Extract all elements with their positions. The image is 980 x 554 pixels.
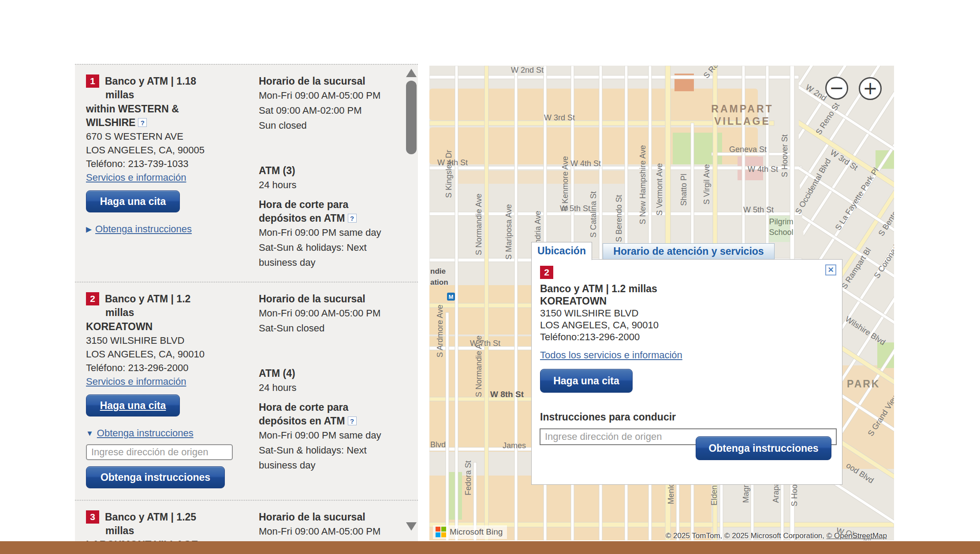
bing-logo-text: Microsoft Bing	[450, 527, 503, 537]
scrollbar-thumb[interactable]	[406, 81, 417, 154]
popup-phone: Teléfono:213-296-2000	[540, 331, 836, 343]
footer-bar	[0, 541, 980, 554]
result-2-appointment-button[interactable]: Haga una cita	[86, 394, 180, 416]
hours-line: Sun closed	[259, 118, 384, 133]
help-icon[interactable]: ?	[348, 214, 357, 223]
location-popup: ✕ 2 Banco y ATM | 1.2 millas KOREATOWN 3…	[531, 259, 842, 485]
street-label: James	[503, 441, 526, 450]
school-label: Pilgrim	[769, 217, 793, 226]
result-2-cutoff-line: Sat-Sun & holidays: Next business day	[259, 443, 384, 473]
hours-line: Mon-Fri 09:00 AM-05:00 PM	[259, 524, 384, 539]
result-1-atm-title: ATM (3)	[259, 164, 391, 178]
street-label: S Hoover St	[780, 134, 789, 177]
tab-horario-servicios[interactable]: Horario de atención y servicios	[603, 243, 775, 260]
result-2-title-text: Banco y ATM | 1.2 millas	[105, 293, 190, 318]
region-label: RAMPART	[711, 103, 773, 115]
result-2-origin-input[interactable]	[86, 444, 233, 460]
result-2-directions-toggle[interactable]: ▼Obtenga instrucciones	[86, 426, 240, 440]
popup-subtitle: KOREATOWN	[540, 295, 836, 307]
result-2-title: 2Banco y ATM | 1.2 millas	[86, 292, 218, 320]
popup-address1: 3150 WILSHIRE BLVD	[540, 307, 836, 319]
help-icon[interactable]: ?	[138, 118, 147, 127]
result-1-cutoff-title: Hora de corte para depósitos en ATM?	[259, 198, 373, 225]
result-1-atm-hours: 24 hours	[259, 178, 384, 193]
result-1-hours-title: Horario de la sucursal	[259, 74, 391, 88]
result-3-hours: Horario de la sucursal Mon-Fri 09:00 AM-…	[259, 510, 391, 541]
popup-directions-button[interactable]: Obtenga instrucciones	[696, 436, 831, 460]
street-label: Menlo	[667, 483, 675, 504]
result-2-services-link[interactable]: Servicios e información	[86, 376, 186, 387]
popup-appointment-button[interactable]: Haga una cita	[540, 369, 633, 393]
street-label: S Vermont Ave	[655, 163, 664, 216]
result-item-1: 1Banco y ATM | 1.18 millas within WESTER…	[75, 64, 418, 282]
result-item-3: 3Banco y ATM | 1.25 millas LARCHMONT VIL…	[75, 500, 418, 541]
hours-line: Sat 09:00 AM-02:00 PM	[259, 103, 384, 118]
help-icon[interactable]: ?	[348, 416, 357, 425]
popup-close-icon[interactable]: ✕	[825, 264, 836, 275]
street-label: W 3rd St	[544, 113, 575, 122]
popup-services-link[interactable]: Todos los servicios e información	[540, 348, 682, 362]
street-label: W 4th St	[570, 159, 601, 168]
result-1-title: 1Banco y ATM | 1.18 millas	[86, 74, 218, 102]
result-2-cutoff-line: Mon-Fri 09:00 PM same day	[259, 428, 384, 443]
scroll-down-arrow[interactable]	[406, 522, 417, 531]
result-2-directions-button[interactable]: Obtenga instrucciones	[86, 466, 225, 488]
street-label: W 2nd St	[511, 66, 544, 74]
results-scrollbar	[406, 66, 417, 541]
street-label: S New Hampshire Ave	[638, 145, 647, 224]
result-2-number-badge: 2	[86, 292, 99, 305]
results-panel: 1Banco y ATM | 1.18 millas within WESTER…	[75, 64, 418, 541]
result-2-details: 2Banco y ATM | 1.2 millas KOREATOWN 3150…	[86, 292, 240, 488]
result-1-cutoff-line: Mon-Fri 09:00 PM same day	[259, 225, 384, 240]
hours-line: Mon-Fri 09:00 AM-05:00 PM	[259, 306, 384, 321]
result-3-title: 3Banco y ATM | 1.25 millas	[86, 510, 218, 538]
metro-station-icon: M	[447, 293, 455, 301]
result-1-services-link[interactable]: Servicios e información	[86, 172, 186, 183]
street-label: W 4th St	[748, 165, 778, 174]
triangle-right-icon: ▶	[86, 225, 92, 234]
result-2-hours: Horario de la sucursal Mon-Fri 09:00 AM-…	[259, 292, 391, 488]
openstreetmap-link[interactable]: © OpenStreetMap	[827, 532, 887, 540]
result-2-atm-hours: 24 hours	[259, 380, 384, 395]
result-2-address2: LOS ANGELES, CA, 90010	[86, 347, 240, 361]
scroll-up-arrow[interactable]	[406, 69, 417, 77]
street-label: S Virgil Ave	[702, 164, 711, 204]
svg-text:M: M	[449, 294, 454, 300]
region-label: VILLAGE	[714, 115, 771, 127]
result-2-address1: 3150 WILSHIRE BLVD	[86, 334, 240, 347]
result-1-phone: Teléfono: 213-739-1033	[86, 157, 240, 171]
result-item-2: 2Banco y ATM | 1.2 millas KOREATOWN 3150…	[75, 282, 418, 500]
result-3-title-text: Banco y ATM | 1.25 millas	[105, 511, 196, 536]
street-label: S Kingsley Dr	[444, 150, 453, 198]
bing-logo: Microsoft Bing	[433, 525, 507, 539]
popup-title: Banco y ATM | 1.2 millas	[540, 283, 836, 295]
result-2-phone: Teléfono: 213-296-2000	[86, 361, 240, 375]
station-label: ation	[430, 278, 448, 286]
result-2-hours-title: Horario de la sucursal	[259, 292, 391, 306]
street-label: W 5th St	[743, 205, 774, 214]
result-1-cutoff-line: Sat-Sun & holidays: Next business day	[259, 240, 384, 270]
map-zoom-in-button[interactable]: +	[859, 77, 882, 100]
result-2-atm-title: ATM (4)	[259, 367, 391, 380]
result-2-subtitle: KOREATOWN	[86, 320, 201, 334]
map-zoom-out-button[interactable]: −	[825, 77, 848, 100]
street-label: S Hoo	[790, 484, 799, 506]
result-1-directions-toggle[interactable]: ▶Obtenga instrucciones	[86, 222, 240, 236]
result-1-address1: 670 S WESTERN AVE	[86, 130, 240, 143]
tab-ubicacion[interactable]: Ubicación	[531, 242, 592, 260]
result-2-cutoff-title: Hora de corte para depósitos en ATM?	[259, 401, 373, 428]
result-1-appointment-button[interactable]: Haga una cita	[86, 190, 180, 212]
result-3-details: 3Banco y ATM | 1.25 millas LARCHMONT VIL…	[86, 510, 240, 541]
street-label: W 8th St	[490, 390, 524, 399]
street-label: Fedora St	[464, 461, 473, 495]
popup-address2: LOS ANGELES, CA, 90010	[540, 319, 836, 331]
street-label: S Mariposa Ave	[504, 204, 513, 260]
result-1-address2: LOS ANGELES, CA, 90005	[86, 143, 240, 157]
street-label: S Catalina St	[589, 191, 598, 238]
street-label: S Kenmore Ave	[561, 156, 570, 211]
station-label: ndie	[430, 267, 446, 275]
result-3-subtitle: LARCHMONT VILLAGE	[86, 538, 201, 541]
result-3-hours-title: Horario de la sucursal	[259, 510, 391, 524]
result-1-title-text: Banco y ATM | 1.18 millas	[105, 75, 196, 100]
result-3-number-badge: 3	[86, 510, 99, 524]
